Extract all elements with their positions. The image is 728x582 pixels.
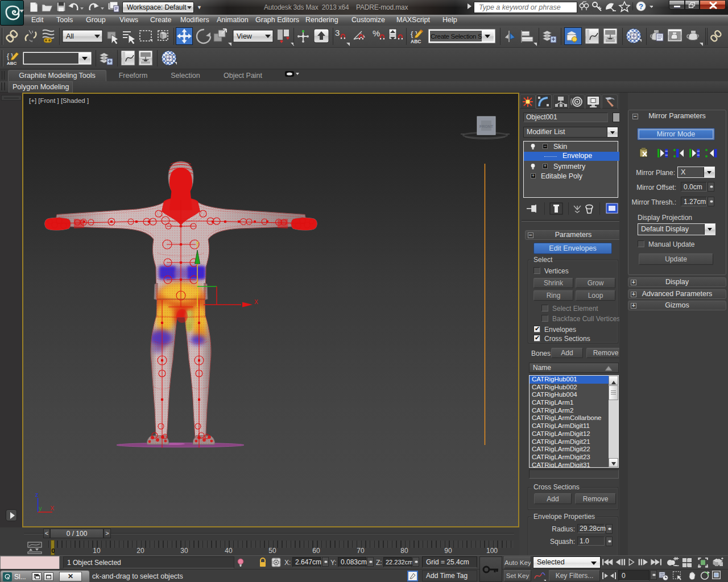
svg-text:?: ? <box>639 2 643 11</box>
svg-text:Create Selection Se: Create Selection Se <box>431 33 486 40</box>
svg-text:3: 3 <box>335 28 340 38</box>
svg-text:All: All <box>66 32 74 40</box>
svg-text:X: X <box>254 299 258 305</box>
svg-text:View: View <box>237 32 253 40</box>
svg-text:ABC: ABC <box>7 61 17 66</box>
svg-text:z: z <box>35 491 39 498</box>
svg-text:X: X <box>50 505 55 512</box>
svg-text:ABC: ABC <box>411 39 421 44</box>
svg-text:FRONT: FRONT <box>479 124 494 128</box>
svg-text:%: % <box>373 28 380 38</box>
svg-text:y: y <box>39 505 42 512</box>
